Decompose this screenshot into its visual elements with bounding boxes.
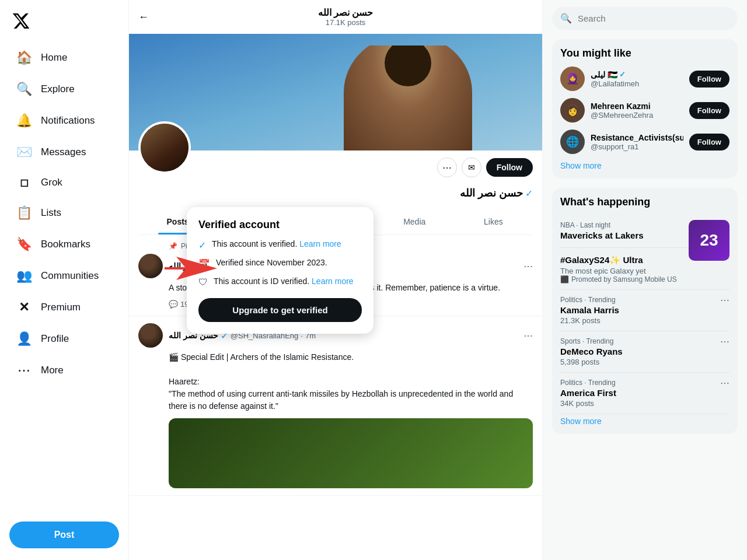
sidebar-item-grok[interactable]: ◻ Grok <box>5 169 124 196</box>
sidebar-item-home[interactable]: 🏠 Home <box>5 43 124 72</box>
sidebar-item-lists[interactable]: 📋 Lists <box>5 198 124 228</box>
trend-category-0: NBA · Last night <box>560 221 683 229</box>
you-might-like-title: You might like <box>560 47 729 60</box>
profile-name-section: ✓ حسن نصر الله <box>138 184 533 202</box>
search-input[interactable] <box>578 13 729 23</box>
name-row: ✓ حسن نصر الله <box>138 187 533 200</box>
back-button[interactable]: ← <box>138 11 149 23</box>
back-bar: ← حسن نصر الله 17.1K posts <box>129 0 542 34</box>
follow-button-2[interactable]: Follow <box>689 134 729 150</box>
trend-item-3[interactable]: Sports · Trending DeMeco Ryans 5,398 pos… <box>560 331 729 373</box>
mail-icon: ✉️ <box>16 145 32 160</box>
trend-item-4[interactable]: Politics · Trending America First 34K po… <box>560 373 729 414</box>
message-button[interactable]: ✉ <box>462 158 481 177</box>
suggest-handle-2: @support_ra1 <box>591 142 683 151</box>
suggest-info-0: لیلی 🇵🇸 ✓ @Lailafatimeh <box>591 70 683 88</box>
tweet-avatar <box>138 254 163 278</box>
show-more-trends[interactable]: Show more <box>560 416 729 426</box>
sidebar-item-label: Home <box>41 52 67 64</box>
sidebar-item-label: More <box>41 365 64 376</box>
verified-text-1: This account is verified. <box>212 239 297 249</box>
suggest-info-2: Resistance_Activists(sup @support_ra1 <box>591 133 683 151</box>
profile-display-name: حسن نصر الله <box>460 187 523 200</box>
follow-button-1[interactable]: Follow <box>689 102 729 119</box>
sidebar-item-label: Premium <box>41 302 81 313</box>
trend-name-0: Mavericks at Lakers <box>560 230 683 240</box>
verified-popup-title: Verified account <box>198 219 362 231</box>
sidebar-item-notifications[interactable]: 🔔 Notifications <box>5 106 124 135</box>
sidebar-item-premium[interactable]: ✕ Premium <box>5 293 124 322</box>
verified-item-2: 📅 Verified since November 2023. <box>198 258 362 270</box>
trend-more-button-4[interactable]: ⋯ <box>720 377 729 388</box>
communities-icon: 👥 <box>16 268 32 284</box>
show-more-suggestions[interactable]: Show more <box>560 161 729 170</box>
sidebar-item-profile[interactable]: 👤 Profile <box>5 324 124 354</box>
trend-more-button-3[interactable]: ⋯ <box>720 336 729 347</box>
tweet-more-button[interactable]: ⋯ <box>523 261 533 272</box>
trend-category-4: Politics · Trending <box>560 379 729 387</box>
trend-more-button-1[interactable]: ⋯ <box>720 253 729 264</box>
trend-item-2[interactable]: Politics · Trending Kamala Harris 21.3K … <box>560 290 729 331</box>
verified-item-3: 🛡 This account is ID verified. Learn mor… <box>198 276 362 288</box>
sidebar-item-label: Lists <box>41 207 61 219</box>
post-button[interactable]: Post <box>9 522 119 548</box>
suggest-handle-1: @SMehreenZehra <box>591 111 683 120</box>
trend-more-button-2[interactable]: ⋯ <box>720 295 729 306</box>
x-logo[interactable] <box>0 5 128 40</box>
sponsored-label-1: ⬛ Promoted by Samsung Mobile US <box>560 275 729 284</box>
home-icon: 🏠 <box>16 50 32 65</box>
left-sidebar: 🏠 Home 🔍 Explore 🔔 Notifications ✉️ Mess… <box>0 0 128 560</box>
tab-media[interactable]: Media <box>375 209 454 235</box>
search-bar: 🔍 <box>552 7 738 30</box>
suggest-name-0: لیلی 🇵🇸 ✓ <box>591 70 683 79</box>
trend-name-4: America First <box>560 388 729 398</box>
suggest-verified-0: ✓ <box>619 70 626 79</box>
profile-post-count: 17.1K posts <box>158 18 533 27</box>
tab-likes[interactable]: Likes <box>454 209 533 235</box>
main-content: ← حسن نصر الله 17.1K posts <box>128 0 543 560</box>
suggest-avatar-0: 🧕 <box>560 66 585 91</box>
avatar-image <box>141 124 189 172</box>
bookmark-icon: 🔖 <box>16 237 32 252</box>
premium-icon: ✕ <box>16 300 32 315</box>
whats-happening-card: What's happening NBA · Last night Maveri… <box>552 188 738 434</box>
profile-actions: ⋯ ✉ Follow <box>138 150 533 184</box>
sidebar-item-more[interactable]: ⋯ More <box>5 356 124 385</box>
trend-count-4: 34K posts <box>560 399 729 408</box>
follow-button[interactable]: Follow <box>486 158 533 177</box>
sidebar-item-bookmarks[interactable]: 🔖 Bookmarks <box>5 230 124 259</box>
tweet2-more-button[interactable]: ⋯ <box>523 330 533 341</box>
suggest-item-2: 🌐 Resistance_Activists(sup @support_ra1 … <box>560 130 729 154</box>
sidebar-item-communities[interactable]: 👥 Communities <box>5 261 124 290</box>
upgrade-button[interactable]: Upgrade to get verified <box>198 298 362 322</box>
sidebar-item-explore[interactable]: 🔍 Explore <box>5 75 124 104</box>
learn-more-link-1[interactable]: Learn more <box>299 239 341 249</box>
trend-count-1: The most epic Galaxy yet <box>560 267 729 275</box>
sidebar-item-label: Communities <box>41 270 99 282</box>
profile-icon: 👤 <box>16 331 32 346</box>
sidebar-item-label: Notifications <box>41 115 95 127</box>
grok-icon: ◻ <box>16 176 32 189</box>
suggest-avatar-1: 👩 <box>560 98 585 123</box>
verified-text-3: This account is ID verified. <box>214 276 309 286</box>
more-options-button[interactable]: ⋯ <box>437 158 457 177</box>
verified-text-2: Verified since November 2023. <box>216 258 327 267</box>
suggest-avatar-2: 🌐 <box>560 130 585 154</box>
tweet2-avatar <box>138 323 163 348</box>
lists-icon: 📋 <box>16 205 32 220</box>
follow-button-0[interactable]: Follow <box>689 71 729 88</box>
trend-name-2: Kamala Harris <box>560 305 729 315</box>
trend-item-1[interactable]: #GalaxyS24✨ Ultra The most epic Galaxy y… <box>560 248 729 290</box>
cover-photo <box>129 34 542 150</box>
search-icon: 🔍 <box>560 13 572 24</box>
sidebar-item-messages[interactable]: ✉️ Messages <box>5 138 124 167</box>
pin-icon: 📌 <box>169 242 177 250</box>
tweet2-body: 🎬 Special Edit | Archers of the Islamic … <box>169 351 533 412</box>
learn-more-link-2[interactable]: Learn more <box>312 276 354 286</box>
tweet-2: حسن نصر الله ✓ @SH_NasrallahEng · 7m ⋯ 🎬… <box>129 316 542 496</box>
more-icon: ⋯ <box>16 363 32 378</box>
verified-check-icon: ✓ <box>198 240 206 251</box>
trend-name-1: #GalaxyS24✨ Ultra <box>560 255 729 265</box>
profile-title-block: حسن نصر الله 17.1K posts <box>158 7 533 27</box>
trend-item-0[interactable]: NBA · Last night Mavericks at Lakers 23 <box>560 215 729 248</box>
